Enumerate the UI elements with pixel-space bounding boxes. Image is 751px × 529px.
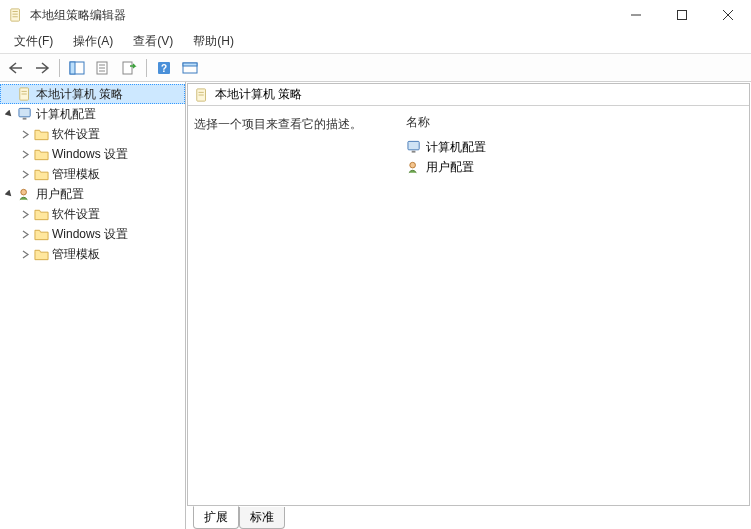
toolbar-separator	[59, 59, 60, 77]
svg-text:?: ?	[161, 63, 167, 74]
tree-pane[interactable]: 本地计算机 策略 计算机配置 软件设置	[0, 82, 186, 529]
content-area: 本地计算机 策略 计算机配置 软件设置	[0, 82, 751, 529]
svg-rect-14	[123, 62, 132, 74]
folder-icon	[33, 226, 49, 242]
tab-extended[interactable]: 扩展	[193, 506, 239, 529]
menu-help[interactable]: 帮助(H)	[183, 30, 244, 53]
close-button[interactable]	[705, 0, 751, 30]
properties-button[interactable]	[91, 57, 115, 79]
tree-user-config[interactable]: 用户配置	[0, 184, 185, 204]
tree-root-node[interactable]: 本地计算机 策略	[0, 84, 185, 104]
user-icon	[17, 186, 33, 202]
app-icon	[8, 7, 24, 23]
window-title: 本地组策略编辑器	[30, 7, 613, 24]
folder-icon	[33, 206, 49, 222]
tree-expander-icon[interactable]	[2, 187, 16, 201]
details-description: 选择一个项目来查看它的描述。	[192, 112, 402, 499]
tree-expander-icon[interactable]	[18, 227, 32, 241]
tree-expander-icon[interactable]	[18, 127, 32, 141]
list-item-label: 用户配置	[426, 159, 474, 176]
window-controls	[613, 0, 751, 30]
tree-node-label: 管理模板	[52, 246, 100, 263]
tree-computer-admin[interactable]: 管理模板	[0, 164, 185, 184]
menu-action[interactable]: 操作(A)	[63, 30, 123, 53]
details-frame: 本地计算机 策略 选择一个项目来查看它的描述。 名称 计算机配置	[187, 83, 750, 506]
tree-node-label: Windows 设置	[52, 226, 128, 243]
tree-computer-windows[interactable]: Windows 设置	[0, 144, 185, 164]
svg-point-30	[409, 162, 415, 168]
svg-point-24	[20, 189, 26, 195]
tree-node-label: 软件设置	[52, 206, 100, 223]
tree-computer-config[interactable]: 计算机配置	[0, 104, 185, 124]
tree-expander-icon[interactable]	[18, 147, 32, 161]
svg-rect-22	[18, 108, 29, 116]
svg-rect-23	[22, 118, 26, 120]
folder-icon	[33, 246, 49, 262]
details-list: 名称 计算机配置 用户配置	[402, 112, 745, 499]
tree-node-label: 软件设置	[52, 126, 100, 143]
toolbar: ?	[0, 54, 751, 82]
tab-strip: 扩展 标准	[187, 506, 750, 528]
tree-node-label: Windows 设置	[52, 146, 128, 163]
menu-file[interactable]: 文件(F)	[4, 30, 63, 53]
folder-icon	[33, 146, 49, 162]
tree-node-label: 本地计算机 策略	[36, 86, 123, 103]
tree-computer-software[interactable]: 软件设置	[0, 124, 185, 144]
svg-rect-28	[407, 141, 418, 149]
svg-rect-29	[411, 151, 415, 153]
tree-user-admin[interactable]: 管理模板	[0, 244, 185, 264]
tree-node-label: 管理模板	[52, 166, 100, 183]
back-button[interactable]	[4, 57, 28, 79]
details-pane: 本地计算机 策略 选择一个项目来查看它的描述。 名称 计算机配置	[186, 82, 751, 529]
svg-rect-5	[678, 11, 687, 20]
details-header: 本地计算机 策略	[188, 84, 749, 106]
menu-view[interactable]: 查看(V)	[123, 30, 183, 53]
list-item-computer-config[interactable]: 计算机配置	[402, 137, 745, 157]
details-body: 选择一个项目来查看它的描述。 名称 计算机配置 用户配置	[188, 106, 749, 505]
tree-user-software[interactable]: 软件设置	[0, 204, 185, 224]
help-button[interactable]: ?	[152, 57, 176, 79]
column-header-name[interactable]: 名称	[402, 112, 745, 137]
minimize-button[interactable]	[613, 0, 659, 30]
list-item-user-config[interactable]: 用户配置	[402, 157, 745, 177]
tree-expander-icon[interactable]	[2, 107, 16, 121]
svg-rect-0	[11, 9, 20, 21]
export-list-button[interactable]	[117, 57, 141, 79]
computer-icon	[406, 139, 422, 155]
menu-bar: 文件(F) 操作(A) 查看(V) 帮助(H)	[0, 30, 751, 54]
tree-user-windows[interactable]: Windows 设置	[0, 224, 185, 244]
filter-button[interactable]	[178, 57, 202, 79]
svg-rect-18	[183, 63, 197, 66]
details-title: 本地计算机 策略	[215, 86, 302, 103]
list-item-label: 计算机配置	[426, 139, 486, 156]
policy-icon	[17, 86, 33, 102]
tree-expander-icon[interactable]	[18, 167, 32, 181]
tab-standard[interactable]: 标准	[239, 507, 285, 529]
tree-node-label: 用户配置	[36, 186, 84, 203]
tree-expander-icon[interactable]	[18, 247, 32, 261]
tree-expander-icon[interactable]	[18, 207, 32, 221]
maximize-button[interactable]	[659, 0, 705, 30]
computer-icon	[17, 106, 33, 122]
policy-icon	[194, 87, 210, 103]
tree-node-label: 计算机配置	[36, 106, 96, 123]
show-hide-tree-button[interactable]	[65, 57, 89, 79]
title-bar: 本地组策略编辑器	[0, 0, 751, 30]
user-icon	[406, 159, 422, 175]
forward-button[interactable]	[30, 57, 54, 79]
folder-icon	[33, 126, 49, 142]
svg-rect-9	[70, 62, 75, 74]
toolbar-separator	[146, 59, 147, 77]
folder-icon	[33, 166, 49, 182]
